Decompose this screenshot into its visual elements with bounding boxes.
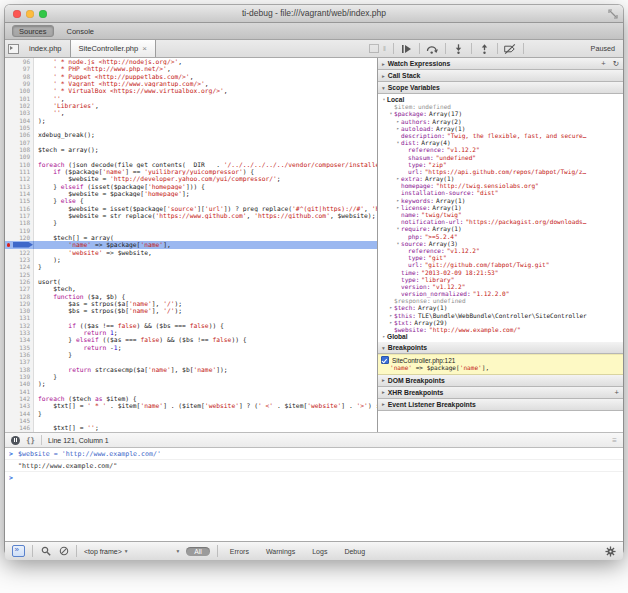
scope-variable-row[interactable]: ▾source:Array(3) xyxy=(378,240,623,247)
line-number[interactable]: 142 xyxy=(5,395,34,402)
line-number[interactable]: 118 xyxy=(5,219,34,226)
line-number[interactable]: 145 xyxy=(5,417,34,424)
section-scope-variables[interactable]: ▾ Scope Variables xyxy=(378,82,623,94)
line-number[interactable]: 113 xyxy=(5,183,34,190)
tab-console[interactable]: Console xyxy=(60,25,102,37)
line-number[interactable]: 129 xyxy=(5,300,34,307)
line-number[interactable]: 112 xyxy=(5,175,34,182)
scope-variable-row[interactable]: ▾dist:Array(4) xyxy=(378,139,623,146)
line-number[interactable]: 96 xyxy=(5,58,34,65)
console-input-row[interactable]: > xyxy=(5,472,623,483)
line-number[interactable]: 106 xyxy=(5,131,34,138)
scope-variable-row[interactable]: url:"git://github.com/fabpot/Twig.git" xyxy=(378,261,623,268)
section-dom-breakpoints[interactable]: ▸ DOM Breakpoints xyxy=(378,375,623,387)
step-into-button[interactable] xyxy=(452,43,465,54)
clear-console-button[interactable] xyxy=(58,546,69,557)
line-number[interactable]: 111 xyxy=(5,168,34,175)
section-call-stack[interactable]: ▸ Call Stack xyxy=(378,70,623,82)
line-number[interactable]: 115 xyxy=(5,197,34,204)
line-number[interactable]: 101 xyxy=(5,95,34,102)
step-over-button[interactable] xyxy=(426,43,439,54)
filter-warnings-button[interactable]: Warnings xyxy=(266,548,295,555)
scope-variable-row[interactable]: installation-source:"dist" xyxy=(378,189,623,196)
line-number[interactable]: 127 xyxy=(5,285,34,292)
file-tab-index-php[interactable]: index.php xyxy=(21,40,70,57)
scope-variable-row[interactable]: description:"Twig, the flexible, fast, a… xyxy=(378,132,623,139)
drag-handle-icon[interactable]: ≡ xyxy=(612,436,617,445)
scope-variable-row[interactable]: ▸$txt:Array(29) xyxy=(378,319,623,326)
step-out-button[interactable] xyxy=(478,43,491,54)
scope-variable-row[interactable]: $website:"http://www.example.com/" xyxy=(378,326,623,333)
filter-logs-button[interactable]: Logs xyxy=(312,548,327,555)
scope-variable-row[interactable]: name:"twig/twig" xyxy=(378,211,623,218)
line-number[interactable]: 120 xyxy=(5,234,34,241)
search-button[interactable] xyxy=(40,546,51,557)
add-watch-expression-button[interactable]: + xyxy=(601,59,605,68)
scope-variable-row[interactable]: ▾Local xyxy=(378,96,623,103)
scope-variable-row[interactable]: ▸keywords:Array(1) xyxy=(378,197,623,204)
line-number[interactable]: 141 xyxy=(5,388,34,395)
breakpoint-entry[interactable]: SiteController.php:121 'name' => $packag… xyxy=(378,354,623,375)
breakpoint-marker[interactable] xyxy=(5,241,34,248)
code-editor[interactable]: 96 ' * node.js <http://nodejs.org/>',97 … xyxy=(5,58,378,432)
scope-variable-row[interactable]: homepage:"http://twig.sensiolabs.org" xyxy=(378,182,623,189)
section-breakpoints[interactable]: ▾ Breakpoints xyxy=(378,342,623,354)
line-number[interactable]: 122 xyxy=(5,249,34,256)
resume-button[interactable] xyxy=(400,43,413,54)
line-number[interactable]: 143 xyxy=(5,402,34,409)
file-tab-sitecontroller-php[interactable]: SiteController.php × xyxy=(70,40,156,57)
scope-variable-row[interactable]: ▾require:Array(1) xyxy=(378,225,623,232)
line-number[interactable]: 146 xyxy=(5,424,34,431)
context-dropdown-icon[interactable]: ▾ xyxy=(177,548,180,554)
line-number[interactable]: 105 xyxy=(5,124,34,131)
close-tab-icon[interactable]: × xyxy=(142,45,147,53)
line-number[interactable]: 135 xyxy=(5,344,34,351)
window-resize-icon[interactable] xyxy=(608,9,618,19)
scope-variable-row[interactable]: version:"v1.12.2" xyxy=(378,283,623,290)
line-number[interactable]: 114 xyxy=(5,190,34,197)
scope-variable-row[interactable]: time:"2013-02-09 18:21:53" xyxy=(378,269,623,276)
line-number[interactable]: 137 xyxy=(5,358,34,365)
scope-variable-row[interactable]: version_normalized:"1.12.2.0" xyxy=(378,290,623,297)
line-number[interactable]: 107 xyxy=(5,139,34,146)
scope-variable-row[interactable]: ▾$package:Array(17) xyxy=(378,110,623,117)
scope-variable-row[interactable]: ▸$this:TLE\Bundle\WebBundle\Controller\S… xyxy=(378,312,623,319)
scope-variable-row[interactable]: ▸Global xyxy=(378,333,623,340)
minimize-window-button[interactable] xyxy=(26,10,34,18)
line-number[interactable]: 116 xyxy=(5,205,34,212)
line-number[interactable]: 110 xyxy=(5,161,34,168)
filter-errors-button[interactable]: Errors xyxy=(230,548,249,555)
scope-variable-row[interactable]: php:">=5.2.4" xyxy=(378,233,623,240)
show-navigator-button[interactable] xyxy=(5,40,21,57)
scope-variable-row[interactable]: $response:undefined xyxy=(378,297,623,304)
line-number[interactable]: 104 xyxy=(5,117,34,124)
console-drawer[interactable]: >$website = 'http://www.example.com/'"ht… xyxy=(5,448,623,541)
scope-variable-row[interactable]: reference:"v1.12.2" xyxy=(378,247,623,254)
line-number[interactable]: 131 xyxy=(5,314,34,321)
line-number[interactable]: 99 xyxy=(5,80,34,87)
toggle-console-button[interactable] xyxy=(12,545,25,557)
line-number[interactable]: 139 xyxy=(5,373,34,380)
window-titlebar[interactable]: ti-debug - file:///vagrant/web/index.php xyxy=(5,5,623,23)
line-number[interactable]: 125 xyxy=(5,271,34,278)
console-input-row[interactable]: >$website = 'http://www.example.com/' xyxy=(5,448,623,460)
scope-variable-row[interactable]: type:"zip" xyxy=(378,161,623,168)
scope-variable-row[interactable]: ▸$tech:Array(1) xyxy=(378,304,623,311)
line-number[interactable]: 134 xyxy=(5,336,34,343)
line-number[interactable]: 136 xyxy=(5,351,34,358)
line-number[interactable]: 97 xyxy=(5,65,34,72)
scope-variable-row[interactable]: type:"git" xyxy=(378,254,623,261)
line-number[interactable]: 124 xyxy=(5,263,34,270)
pretty-print-button[interactable]: {} xyxy=(26,436,35,445)
scope-variable-row[interactable]: ▸license:Array(1) xyxy=(378,204,623,211)
refresh-watch-expressions-button[interactable]: ↻ xyxy=(613,59,619,68)
section-xhr-breakpoints[interactable]: ▸ XHR Breakpoints + xyxy=(378,387,623,399)
zoom-window-button[interactable] xyxy=(39,10,47,18)
tab-sources[interactable]: Sources xyxy=(12,25,54,37)
scope-variable-row[interactable]: url:"https://api.github.com/repos/fabpot… xyxy=(378,168,623,175)
line-number[interactable]: 100 xyxy=(5,87,34,94)
line-number[interactable]: 102 xyxy=(5,102,34,109)
line-number[interactable]: 108 xyxy=(5,146,34,153)
section-event-listener-breakpoints[interactable]: ▸ Event Listener Breakpoints xyxy=(378,399,623,411)
filter-all-button[interactable]: All xyxy=(186,547,210,556)
